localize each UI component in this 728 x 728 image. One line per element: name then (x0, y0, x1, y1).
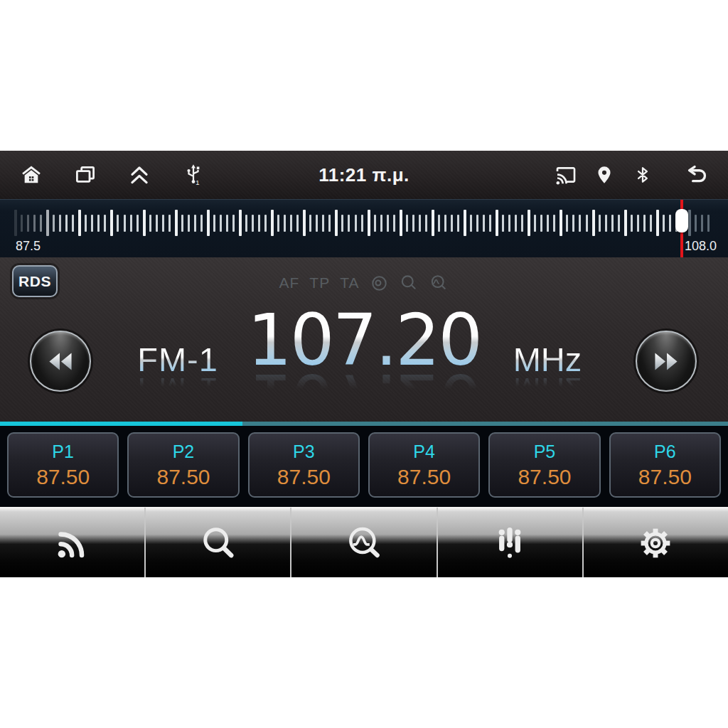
home-button[interactable] (18, 162, 44, 188)
search-button[interactable] (144, 508, 290, 577)
status-bar-left: 1 (0, 162, 206, 188)
usb-icon[interactable]: 1 (181, 162, 206, 188)
scale-min-label: 87.5 (16, 239, 41, 254)
preset-button-p2[interactable]: P2 87.50 (127, 432, 239, 498)
preset-button-p4[interactable]: P4 87.50 (368, 432, 480, 498)
frequency-unit: MHz (491, 340, 604, 379)
flag-af: AF (279, 274, 300, 291)
scan-icon (346, 525, 382, 562)
bottom-toolbar (0, 507, 728, 577)
cast-icon[interactable] (553, 162, 579, 188)
seek-down-button[interactable] (30, 331, 91, 392)
preset-button-p1[interactable]: P1 87.50 (7, 432, 119, 498)
page-canvas: 1 11:21 π.μ. (0, 0, 728, 728)
broadcast-button[interactable] (0, 508, 144, 577)
collapse-up-button[interactable] (127, 162, 152, 188)
broadcast-icon (54, 525, 91, 562)
preset-frequency: 87.50 (397, 465, 451, 489)
recents-button[interactable] (73, 162, 98, 188)
band-label: FM-1 (114, 340, 242, 379)
search-icon (200, 525, 237, 562)
status-clock: 11:21 π.μ. (318, 164, 410, 186)
preset-frequency: 87.50 (156, 465, 210, 489)
frequency-display: 107.20 (243, 303, 485, 379)
equalizer-icon (491, 525, 528, 562)
tuner-scale[interactable]: 87.5 108.0 (0, 199, 728, 257)
preset-frequency: 87.50 (36, 465, 90, 489)
preset-frequency: 87.50 (518, 465, 571, 489)
rds-badge: RDS (12, 265, 58, 297)
preset-name: P1 (52, 441, 74, 462)
back-button[interactable] (684, 162, 710, 188)
bluetooth-icon[interactable] (630, 162, 655, 188)
tuning-knob[interactable] (675, 209, 688, 232)
preset-frequency: 87.50 (638, 465, 692, 489)
scan-flag-icon (429, 273, 449, 293)
flag-tp: TP (309, 274, 330, 291)
settings-button[interactable] (582, 508, 728, 577)
search-flag-icon (399, 273, 419, 293)
main-panel: RDS AF TP TA (0, 257, 728, 422)
scan-button[interactable] (290, 508, 436, 577)
preset-button-p3[interactable]: P3 87.50 (248, 432, 360, 498)
status-bar-right (553, 162, 728, 188)
preset-name: P2 (173, 441, 195, 462)
equalizer-button[interactable] (437, 508, 582, 577)
preset-name: P4 (413, 441, 435, 462)
flag-ta: TA (340, 274, 359, 291)
tuning-indicator[interactable] (680, 200, 683, 258)
loop-icon (369, 273, 389, 293)
preset-button-p6[interactable]: P6 87.50 (609, 432, 721, 498)
preset-button-p5[interactable]: P5 87.50 (488, 432, 600, 498)
preset-name: P5 (534, 441, 556, 462)
seek-up-button[interactable] (636, 331, 697, 392)
preset-frequency: 87.50 (277, 465, 331, 489)
gear-icon (637, 525, 674, 562)
preset-row: P1 87.50 P2 87.50 P3 87.50 P4 87.50 P5 8… (0, 426, 728, 507)
tuner-scale-ticks (14, 200, 707, 258)
preset-name: P6 (654, 441, 676, 462)
head-unit-screen: 1 11:21 π.μ. (0, 151, 728, 577)
location-icon[interactable] (592, 162, 617, 188)
preset-name: P3 (293, 441, 315, 462)
scale-max-label: 108.0 (685, 239, 717, 254)
status-bar: 1 11:21 π.μ. (0, 151, 728, 199)
rds-flags-row: AF TP TA (0, 272, 728, 294)
svg-text:1: 1 (196, 179, 199, 186)
